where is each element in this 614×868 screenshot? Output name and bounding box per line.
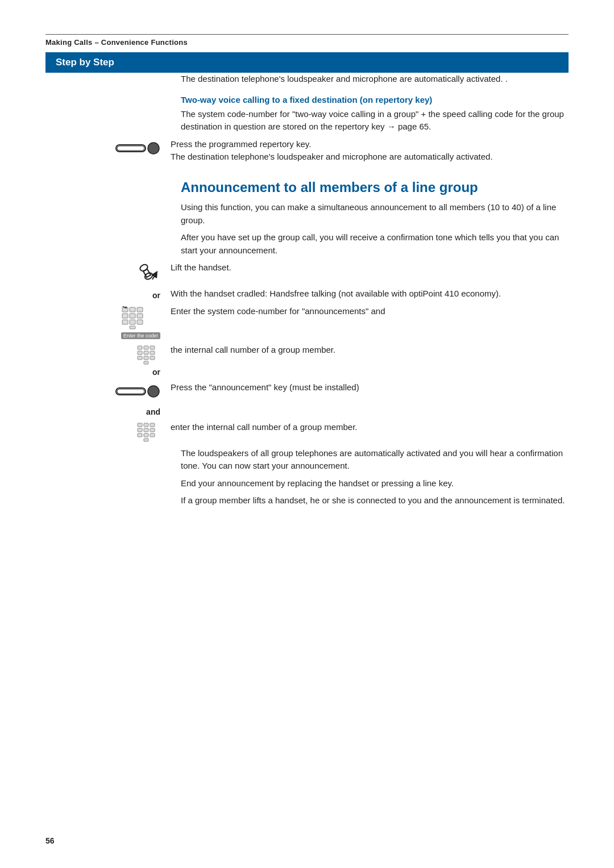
lift-handset-text: Lift the handset.: [171, 261, 569, 274]
svg-rect-40: [144, 439, 148, 441]
or-label-area: or: [45, 289, 171, 300]
svg-rect-19: [144, 346, 148, 349]
or-label-1: or: [152, 291, 160, 300]
announcement-key-icon-area: [45, 381, 171, 400]
svg-rect-24: [138, 356, 142, 360]
announcement-intro-2: After you have set up the group call, yo…: [181, 231, 569, 257]
svg-rect-20: [150, 346, 155, 349]
announcement-intro-1: Using this function, you can make a simu…: [181, 201, 569, 227]
svg-rect-13: [122, 320, 128, 324]
phone-circle-icon-2: [115, 382, 160, 400]
svg-rect-37: [138, 433, 142, 437]
svg-rect-33: [150, 423, 155, 427]
svg-rect-29: [117, 389, 144, 394]
keypad-with-label: 📞 Enter the code!: [121, 306, 160, 339]
group-member-text: If a group member lifts a handset, he or…: [181, 494, 569, 507]
svg-rect-39: [150, 433, 155, 437]
enter-code-icon-area: 📞 Enter the code!: [45, 305, 171, 339]
svg-rect-25: [144, 356, 148, 360]
svg-rect-32: [144, 423, 148, 427]
main-section-title: Announcement to all members of a line gr…: [181, 180, 569, 196]
svg-rect-15: [137, 320, 143, 324]
main-section-title-block: Announcement to all members of a line gr…: [171, 180, 569, 257]
enter-code-text: Enter the system code-number for "announ…: [171, 305, 569, 318]
and-block: and: [45, 405, 569, 416]
svg-rect-35: [144, 428, 148, 432]
internal-call-number-text: the internal call number of a group memb…: [171, 344, 569, 357]
svg-rect-8: [130, 307, 135, 312]
section-header-bar: Making Calls – Convenience Functions: [45, 34, 569, 47]
svg-rect-21: [138, 351, 142, 354]
and-label: and: [146, 407, 160, 416]
svg-rect-26: [150, 356, 155, 360]
lift-handset-icon-area: [45, 261, 171, 283]
svg-rect-31: [138, 423, 142, 427]
svg-rect-36: [150, 428, 155, 432]
svg-rect-23: [150, 351, 155, 354]
lift-handset-block: Lift the handset.: [45, 261, 569, 283]
section-header-text: Making Calls – Convenience Functions: [45, 38, 188, 47]
svg-rect-9: [137, 307, 143, 312]
enter-internal-block: enter the internal call number of a grou…: [45, 421, 569, 443]
announcement-key-block: Press the "announcement" key (must be in…: [45, 381, 569, 400]
or-label-2: or: [152, 368, 160, 377]
svg-rect-10: [122, 314, 128, 318]
keypad2-or-area: or: [45, 344, 171, 377]
subsection-text: The system code-number for "two-way voic…: [181, 108, 569, 133]
keypad-icon-3: [136, 422, 160, 443]
page-container: Making Calls – Convenience Functions Ste…: [0, 0, 614, 868]
and-label-area: and: [45, 405, 171, 416]
svg-rect-14: [130, 320, 135, 324]
svg-rect-11: [130, 314, 135, 318]
loudspeakers-block: The loudspeakers of all group telephones…: [171, 447, 569, 507]
enter-code-label: Enter the code!: [121, 332, 160, 339]
enter-internal-text: enter the internal call number of a grou…: [171, 421, 569, 434]
subsection-heading-block: Two-way voice calling to a fixed destina…: [171, 94, 569, 133]
enter-code-block: 📞 Enter the code! Enter the system code-…: [45, 305, 569, 339]
svg-rect-12: [137, 314, 143, 318]
svg-rect-22: [144, 351, 148, 354]
press-repertory-text: Press the programmed repertory key. The …: [171, 138, 569, 164]
svg-point-30: [148, 386, 159, 397]
svg-rect-16: [130, 326, 135, 329]
lift-handset-icon: [133, 262, 160, 283]
subsection-heading: Two-way voice calling to a fixed destina…: [181, 94, 569, 106]
keypad2-or-block: or the internal call number of a group m…: [45, 344, 569, 377]
press-announcement-text: Press the "announcement" key (must be in…: [171, 381, 569, 394]
keypad-icon-2: [136, 345, 160, 365]
keypad3-area: [45, 421, 171, 443]
press-repertory-label: Press the programmed repertory key. The …: [171, 139, 493, 162]
intro-text-1: The destination telephone's loudspeaker …: [181, 73, 569, 86]
end-announcement-text: End your announcement by replacing the h…: [181, 477, 569, 490]
step-by-step-box: Step by Step: [45, 52, 569, 73]
keypad-icon-1: 📞: [121, 306, 151, 330]
phone-circle-icon: [115, 139, 160, 157]
svg-point-2: [148, 143, 159, 154]
svg-rect-1: [117, 146, 144, 151]
svg-rect-34: [138, 428, 142, 432]
intro-text-block: The destination telephone's loudspeaker …: [171, 73, 569, 86]
loudspeakers-text: The loudspeakers of all group telephones…: [181, 447, 569, 473]
press-repertory-block: Press the programmed repertory key. The …: [45, 138, 569, 164]
svg-rect-38: [144, 433, 148, 437]
handsfree-text: With the handset cradled: Handsfree talk…: [171, 287, 569, 301]
handsfree-block: or With the handset cradled: Handsfree t…: [45, 287, 569, 301]
svg-rect-18: [138, 346, 142, 349]
repertory-icon-area: [45, 138, 171, 157]
page-number: 56: [45, 836, 55, 845]
svg-rect-27: [144, 361, 148, 364]
